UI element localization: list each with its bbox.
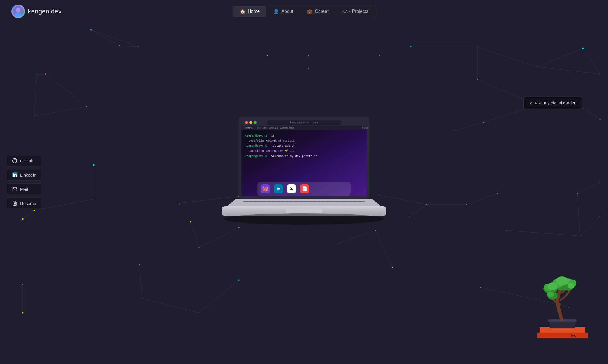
network-dot [37,75,38,75]
svg-line-33 [577,182,600,193]
network-dot [93,164,95,166]
network-dot [86,106,87,107]
svg-text:in: in [277,187,280,191]
svg-line-10 [583,48,600,74]
linkedin-label: LinkedIn [20,173,36,177]
logo-avatar [11,5,25,18]
svg-rect-93 [276,201,280,202]
logo-area: kengen.dev [11,5,62,18]
svg-rect-103 [322,201,325,202]
network-dot [477,47,478,47]
svg-line-1 [91,30,119,46]
resume-icon [12,201,17,206]
svg-text:01:42: 01:42 [362,127,368,129]
digital-garden-button[interactable]: ↗ Visit my digital garden [523,97,582,109]
svg-point-130 [547,291,554,297]
svg-text:Go: Go [275,127,278,129]
svg-line-11 [537,67,600,74]
svg-text:📄: 📄 [302,186,307,191]
svg-line-17 [455,122,483,131]
svg-rect-84 [286,207,322,213]
github-button[interactable]: GitHub [7,155,42,166]
network-dot [506,230,507,231]
svg-line-8 [478,47,537,67]
svg-text:🐙: 🐙 [262,185,269,192]
svg-rect-108 [344,201,348,202]
network-dot [497,193,498,194]
svg-line-19 [34,199,94,210]
svg-rect-94 [281,201,284,202]
svg-text:Welcome to my dev portfolio: Welcome to my dev portfolio [271,155,317,158]
network-dot [577,193,578,194]
network-dot [580,236,581,237]
main-nav: 🏠 Home 👤 About 💼 Career </> Projects [232,5,376,18]
nav-projects-label: Projects [352,9,368,14]
svg-text:Help: Help [289,127,294,129]
nav-career[interactable]: 💼 Career [301,6,335,17]
network-dot [139,264,140,265]
nav-about-label: About [281,9,293,14]
resume-button[interactable]: Resume [7,198,42,209]
nav-projects[interactable]: </> Projects [336,6,375,17]
digital-garden-icon: ↗ [529,101,533,105]
svg-rect-96 [290,201,293,202]
svg-rect-90 [262,201,266,202]
network-dot [379,55,380,56]
career-icon: 💼 [307,9,313,14]
network-dot [600,182,601,183]
svg-line-20 [23,210,34,219]
nav-home-label: Home [248,9,260,14]
svg-rect-102 [317,201,320,202]
network-dot [179,203,180,204]
header: kengen.dev 🏠 Home 👤 About 💼 Career </> P… [0,0,608,23]
network-dot [409,216,410,217]
svg-text:Edit: Edit [263,127,267,129]
network-dot [600,216,601,217]
network-dot [480,287,481,288]
svg-text:Terminal: Terminal [244,127,253,129]
nav-career-label: Career [315,9,329,14]
bonsai-illustration: ✂ [531,267,594,338]
laptop-illustration: keegan@dev ~ - zsh Terminal File Edit Vi… [216,122,392,242]
svg-rect-104 [326,201,330,202]
svg-rect-91 [267,201,270,202]
svg-line-4 [46,74,87,107]
svg-line-36 [142,299,199,313]
network-dot [142,298,143,299]
svg-text:keegan@dev:-$: keegan@dev:-$ [245,155,267,158]
network-dot [22,218,24,220]
about-icon: 👤 [273,9,279,14]
network-dot [190,221,191,223]
network-dot [119,45,120,46]
svg-text:Window: Window [280,127,288,129]
svg-line-2 [119,46,139,47]
svg-point-41 [16,8,20,12]
mail-button[interactable]: Mail [7,183,42,195]
svg-line-31 [506,230,580,236]
svg-rect-106 [335,201,339,202]
network-dot [600,119,601,120]
svg-rect-97 [294,201,298,202]
svg-rect-111 [358,201,361,202]
svg-point-83 [224,213,384,225]
network-dot [426,204,427,205]
svg-line-9 [537,48,583,67]
svg-line-6 [34,107,87,116]
svg-line-35 [139,264,142,299]
github-label: GitHub [20,158,34,163]
linkedin-button[interactable]: LinkedIn [7,169,42,181]
svg-line-37 [199,280,239,313]
svg-line-5 [34,75,37,116]
network-dot [583,108,584,109]
nav-home[interactable]: 🏠 Home [233,6,266,17]
resume-label: Resume [20,201,36,206]
svg-rect-45 [13,187,17,191]
svg-point-123 [547,282,558,290]
svg-line-34 [577,193,580,236]
site-logo-text: kengen.dev [28,8,62,15]
network-dot [199,313,200,313]
svg-rect-99 [303,201,307,202]
svg-rect-95 [285,201,289,202]
nav-about[interactable]: 👤 About [267,6,299,17]
network-dot [477,79,478,80]
